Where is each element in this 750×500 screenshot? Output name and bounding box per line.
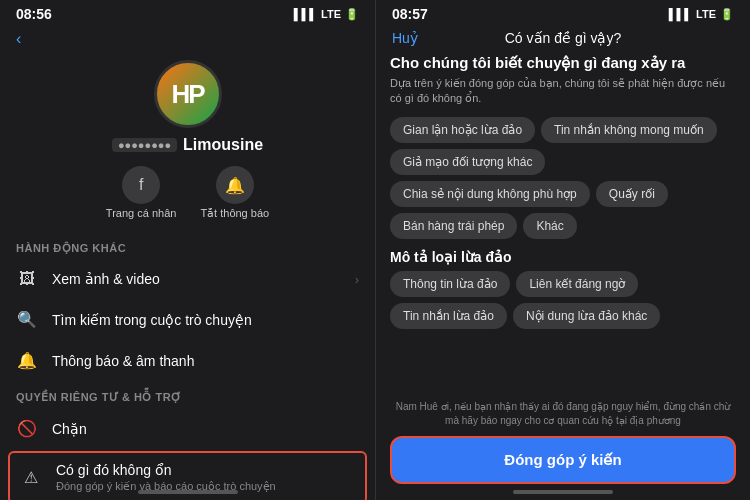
profile-display-name: Limousine <box>183 136 263 154</box>
signal-icon: ▌▌▌ <box>294 8 317 20</box>
tag-unwanted-msg[interactable]: Tin nhắn không mong muốn <box>541 117 717 143</box>
cancel-button[interactable]: Huỷ <box>392 30 442 46</box>
menu-item-notifications[interactable]: 🔔 Thông báo & âm thanh <box>0 340 375 381</box>
tag-inappropriate[interactable]: Chia sẻ nội dung không phù hợp <box>390 181 590 207</box>
right-footer: Nam Huê ơi, nếu bạn nhận thấy ai đó đang… <box>376 392 750 500</box>
home-indicator-right <box>513 490 613 494</box>
tag-fraud-msg[interactable]: Tin nhắn lừa đảo <box>390 303 507 329</box>
left-time: 08:56 <box>16 6 52 22</box>
report-heading: Cho chúng tôi biết chuyện gì đang xảy ra <box>390 54 736 72</box>
network-label: LTE <box>321 8 341 20</box>
profile-name-row: ●●●●●●●● Limousine <box>112 136 263 154</box>
menu-text-block: Chặn <box>52 421 359 437</box>
tag-illegal-selling[interactable]: Bán hàng trái phép <box>390 213 517 239</box>
tag-impersonation[interactable]: Giả mạo đối tượng khác <box>390 149 545 175</box>
submit-button[interactable]: Đóng góp ý kiến <box>390 436 736 484</box>
menu-item-photos[interactable]: 🖼 Xem ảnh & video › <box>0 259 375 299</box>
right-status-bar: 08:57 ▌▌▌ LTE 🔋 <box>376 0 750 26</box>
menu-text-photos: Xem ảnh & video <box>52 271 341 287</box>
battery-icon: 🔋 <box>345 8 359 21</box>
footer-note: Nam Huê ơi, nếu bạn nhận thấy ai đó đang… <box>390 400 736 428</box>
right-header: Huỷ Có vấn đề gì vậy? <box>376 26 750 54</box>
profile-page-action[interactable]: f Trang cá nhân <box>106 166 177 220</box>
right-content: Cho chúng tôi biết chuyện gì đang xảy ra… <box>376 54 750 392</box>
profile-username: ●●●●●●●● <box>112 138 177 152</box>
left-status-icons: ▌▌▌ LTE 🔋 <box>294 8 359 21</box>
profile-actions: f Trang cá nhân 🔔 Tắt thông báo <box>106 166 269 220</box>
search-icon: 🔍 <box>16 310 38 329</box>
right-signal-icon: ▌▌▌ <box>669 8 692 20</box>
right-header-title: Có vấn đề gì vậy? <box>442 30 684 46</box>
right-network-label: LTE <box>696 8 716 20</box>
bell-icon: 🔔 <box>216 166 254 204</box>
left-panel: 08:56 ▌▌▌ LTE 🔋 ‹ HP ●●●●●●●● Limousine … <box>0 0 375 500</box>
section1-label: HÀNH ĐỘNG KHÁC <box>0 232 375 259</box>
notifications-icon: 🔔 <box>16 351 38 370</box>
menu-item-search[interactable]: 🔍 Tìm kiếm trong cuộc trò chuyện <box>0 299 375 340</box>
avatar: HP <box>154 60 222 128</box>
facebook-icon: f <box>122 166 160 204</box>
tag-fraud[interactable]: Gian lận hoặc lừa đảo <box>390 117 535 143</box>
right-status-icons: ▌▌▌ LTE 🔋 <box>669 8 734 21</box>
menu-text-notifications: Thông báo & âm thanh <box>52 353 359 369</box>
left-status-bar: 08:56 ▌▌▌ LTE 🔋 <box>0 0 375 26</box>
tag-suspicious-link[interactable]: Liên kết đáng ngờ <box>516 271 638 297</box>
tag-other[interactable]: Khác <box>523 213 576 239</box>
mute-label: Tắt thông báo <box>200 207 269 220</box>
tag-fraud-info[interactable]: Thông tin lừa đảo <box>390 271 510 297</box>
report-main-text: Có gì đó không ổn <box>56 462 276 478</box>
section2-label: QUYỀN RIÊNG TƯ & HỖ TRỢ <box>0 381 375 408</box>
menu-text-search: Tìm kiếm trong cuộc trò chuyện <box>52 312 359 328</box>
warning-icon: ⚠ <box>20 468 42 487</box>
back-button[interactable]: ‹ <box>0 26 375 52</box>
home-indicator-left <box>138 490 238 494</box>
profile-section: HP ●●●●●●●● Limousine f Trang cá nhân 🔔 … <box>0 52 375 232</box>
tags-group-1: Gian lận hoặc lừa đảo Tin nhắn không mon… <box>390 117 736 239</box>
photos-icon: 🖼 <box>16 270 38 288</box>
tags-group-2: Thông tin lừa đảo Liên kết đáng ngờ Tin … <box>390 271 736 329</box>
report-text-block: Có gì đó không ổn Đóng góp ý kiến và báo… <box>56 462 276 493</box>
block-icon: 🚫 <box>16 419 38 438</box>
chevron-icon: › <box>355 272 359 287</box>
menu-item-block[interactable]: 🚫 Chặn <box>0 408 375 449</box>
right-battery-icon: 🔋 <box>720 8 734 21</box>
profile-page-label: Trang cá nhân <box>106 207 177 219</box>
tag-harassment[interactable]: Quấy rối <box>596 181 668 207</box>
report-subtext: Dựa trên ý kiến đóng góp của bạn, chúng … <box>390 76 736 107</box>
right-panel: 08:57 ▌▌▌ LTE 🔋 Huỷ Có vấn đề gì vậy? Ch… <box>375 0 750 500</box>
section2-heading: Mô tả loại lừa đảo <box>390 249 736 265</box>
mute-notifications-action[interactable]: 🔔 Tắt thông báo <box>200 166 269 220</box>
tag-other-fraud[interactable]: Nội dung lừa đảo khác <box>513 303 660 329</box>
right-time: 08:57 <box>392 6 428 22</box>
